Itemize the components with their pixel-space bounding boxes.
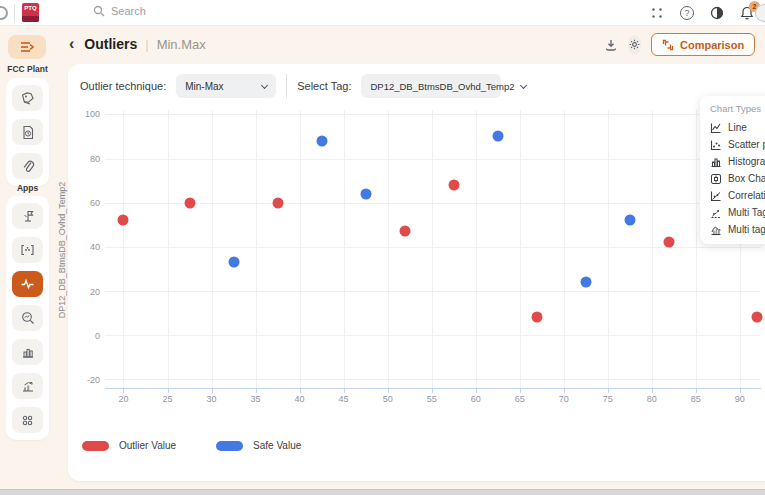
gridline-horizontal xyxy=(105,335,761,336)
chart-type-label: Histogram xyxy=(728,156,765,167)
x-tick-mark xyxy=(168,388,169,393)
app-root: PTQ Search ? 2 FCC Plant xyxy=(0,0,765,495)
grid-dots-icon xyxy=(21,414,34,427)
topbar: PTQ Search ? 2 xyxy=(0,0,765,26)
search-icon xyxy=(93,5,105,17)
apps-section-label: Apps xyxy=(0,183,55,193)
sidebar-item-tags[interactable] xyxy=(12,85,43,111)
gridline-horizontal xyxy=(105,114,761,115)
chart-type-histogram[interactable]: Histogram xyxy=(710,153,765,170)
x-tick-label: 90 xyxy=(735,394,745,404)
expand-icon[interactable] xyxy=(649,5,665,21)
y-axis-ticks: -20020406080100 xyxy=(70,110,100,389)
legend-item-safe[interactable]: Safe Value xyxy=(216,440,301,451)
clipped-left-icon xyxy=(0,6,8,20)
legend-label: Safe Value xyxy=(253,440,301,451)
chart-legend: Outlier Value Safe Value xyxy=(82,440,301,451)
topbar-divider xyxy=(14,4,15,22)
tag-select[interactable]: DP12_DB_BtmsDB_Ovhd_Temp2 xyxy=(361,74,501,98)
horizontal-scrollbar[interactable] xyxy=(0,489,765,495)
flag-chart-icon xyxy=(21,209,35,223)
menu-arrow-icon xyxy=(19,40,35,54)
x-tick-label: 20 xyxy=(118,394,128,404)
title-separator: | xyxy=(145,37,148,52)
x-tick-mark xyxy=(608,388,609,393)
page-title: Outliers xyxy=(84,36,137,52)
gridline-vertical xyxy=(256,110,257,388)
sidebar-item-histogram[interactable] xyxy=(12,339,43,365)
x-tick-label: 65 xyxy=(515,394,525,404)
search-input[interactable]: Search xyxy=(93,5,146,17)
y-tick-label: 0 xyxy=(95,331,100,341)
bracket-dots-icon xyxy=(20,243,35,257)
sidebar-item-attachments[interactable] xyxy=(12,153,43,179)
x-tick-label: 45 xyxy=(339,394,349,404)
technique-select[interactable]: Min-Max xyxy=(176,74,276,98)
settings-button[interactable] xyxy=(628,35,641,55)
ptq-logo[interactable]: PTQ xyxy=(22,3,39,22)
gridline-vertical xyxy=(476,110,477,388)
safe-swatch xyxy=(216,441,243,451)
scatter-point xyxy=(448,180,459,191)
bar-chart-icon xyxy=(21,345,35,359)
x-tick-mark xyxy=(432,388,433,393)
chart-type-box[interactable]: Box Chart xyxy=(710,170,765,187)
x-tick-label: 60 xyxy=(471,394,481,404)
sidebar-item-outliers[interactable] xyxy=(12,271,43,297)
contrast-icon[interactable] xyxy=(709,5,725,21)
sidebar-item-flag-chart[interactable] xyxy=(12,203,43,229)
plant-section-label: FCC Plant xyxy=(0,64,55,74)
x-tick-mark xyxy=(344,388,345,393)
paperclip-icon xyxy=(21,159,35,173)
file-clock-icon xyxy=(21,125,35,140)
line-chart-icon xyxy=(710,122,722,134)
chart-type-line[interactable]: Line xyxy=(710,119,765,136)
comparison-label: Comparison xyxy=(680,39,744,51)
gridline-vertical xyxy=(608,110,609,388)
back-button[interactable]: ‹ xyxy=(69,36,74,52)
chart-type-multi-tag-scatter[interactable]: Multi Tag Sca xyxy=(710,204,765,221)
sidebar-item-apps-grid[interactable] xyxy=(12,407,43,433)
download-button[interactable] xyxy=(604,35,618,55)
logo-band xyxy=(22,16,39,22)
gridline-horizontal xyxy=(105,247,761,248)
page-subtitle: Min.Max xyxy=(157,37,206,52)
x-tick-mark xyxy=(476,388,477,393)
scatter-point xyxy=(624,215,635,226)
chart-type-scatter[interactable]: Scatter plot xyxy=(710,136,765,153)
avatar[interactable] xyxy=(755,4,765,22)
gridline-horizontal xyxy=(105,379,761,380)
chart-type-multi-tag-histogram[interactable]: Multi tag Hist xyxy=(710,221,765,238)
gridline-horizontal xyxy=(105,159,761,160)
x-tick-label: 30 xyxy=(207,394,217,404)
gear-icon xyxy=(628,38,641,51)
sidebar-item-file-history[interactable] xyxy=(12,119,43,145)
x-tick-label: 35 xyxy=(251,394,261,404)
gridline-vertical xyxy=(652,110,653,388)
sidebar: FCC Plant Apps xyxy=(0,26,55,489)
gridline-horizontal xyxy=(105,203,761,204)
gridline-horizontal xyxy=(105,291,761,292)
sidebar-item-trend[interactable] xyxy=(12,373,43,399)
help-icon[interactable]: ? xyxy=(679,5,695,21)
scatter-point xyxy=(752,312,763,323)
scatter-point xyxy=(492,131,503,142)
x-tick-label: 25 xyxy=(163,394,173,404)
correlation-icon xyxy=(710,190,722,202)
x-tick-label: 50 xyxy=(383,394,393,404)
scatter-icon xyxy=(710,139,722,151)
x-tick-mark xyxy=(696,388,697,393)
legend-item-outlier[interactable]: Outlier Value xyxy=(82,440,176,451)
legend-label: Outlier Value xyxy=(119,440,176,451)
sidebar-item-search-analytics[interactable] xyxy=(12,305,43,331)
sidebar-toggle-button[interactable] xyxy=(8,35,46,59)
chart-type-label: Correlation xyxy=(728,190,765,201)
sidebar-item-matrix[interactable] xyxy=(12,237,43,263)
gridline-vertical xyxy=(300,110,301,388)
header-actions: Comparison A xyxy=(604,33,765,56)
chart-type-correlation[interactable]: Correlation xyxy=(710,187,765,204)
bell-icon[interactable]: 2 xyxy=(739,5,755,21)
gridline-vertical xyxy=(168,110,169,388)
apps-icon-group xyxy=(6,196,49,440)
comparison-button[interactable]: Comparison xyxy=(651,33,755,56)
